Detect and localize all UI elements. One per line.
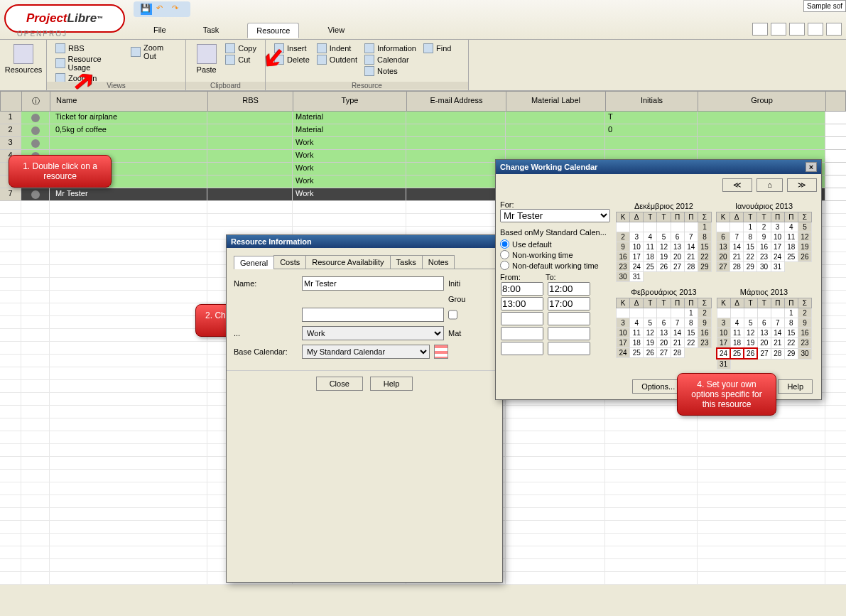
callout-4: 4. Set your own options specific for thi… <box>677 373 776 416</box>
tab-resource[interactable]: Resource <box>247 23 299 38</box>
resource-type-icon <box>31 114 40 122</box>
zoom-out-button[interactable]: Zoom Out <box>128 43 180 61</box>
openproj-label: OPENPROJ <box>17 30 67 38</box>
notes-icon <box>364 66 374 76</box>
find-icon <box>423 43 433 53</box>
calendar-icon <box>364 55 374 65</box>
from-time-3[interactable] <box>501 312 543 325</box>
help-button[interactable]: Help <box>778 379 813 394</box>
indicator-column-icon: ⓘ <box>22 92 50 111</box>
close-button[interactable]: Close <box>316 377 363 391</box>
notes-button[interactable]: Notes <box>362 65 419 77</box>
tab-tasks[interactable]: Tasks <box>390 255 423 269</box>
prev-button[interactable]: ≪ <box>722 178 752 192</box>
tab-notes[interactable]: Notes <box>422 255 455 269</box>
for-label: For: <box>500 200 514 209</box>
rbs-icon <box>55 43 65 53</box>
use-default-radio[interactable] <box>500 239 509 249</box>
for-select[interactable]: Mr Tester <box>500 209 610 222</box>
view-icon-3[interactable] <box>789 23 805 36</box>
view-icon-2[interactable] <box>771 23 786 36</box>
non-working-radio[interactable] <box>500 250 509 259</box>
calendar-month[interactable]: Μάρτιος 2013ΚΔΤΤΠΠΣ123456789101112131415… <box>716 286 812 369</box>
tab-view[interactable]: View <box>319 23 353 38</box>
cut-icon <box>225 55 235 65</box>
calendar-month[interactable]: Ιανουάριος 2013ΚΔΤΤΠΠΣ123456789101112131… <box>716 200 812 282</box>
indent-button[interactable]: Indent <box>314 43 360 54</box>
calendar-button[interactable]: Calendar <box>362 54 419 65</box>
rbs-button[interactable]: RBS <box>53 43 126 54</box>
resource-grid-header: ⓘ Name RBS Type E-mail Address Material … <box>0 91 846 112</box>
close-icon[interactable]: × <box>806 162 817 172</box>
calendar-month[interactable]: Φεβρουάριος 2013ΚΔΤΤΠΠΣ12345678910111213… <box>616 286 712 369</box>
tab-file[interactable]: File <box>145 23 175 38</box>
non-default-radio[interactable] <box>500 261 509 270</box>
tab-task[interactable]: Task <box>195 23 228 38</box>
to-time-5[interactable] <box>548 342 590 355</box>
copy-button[interactable]: Copy <box>222 43 259 54</box>
resources-icon <box>13 44 33 64</box>
dialog-title: Resource Information <box>231 237 312 246</box>
unknown-field[interactable] <box>302 308 444 322</box>
name-field[interactable] <box>302 276 444 291</box>
base-calendar-select[interactable]: My Standard Calendar <box>302 345 430 359</box>
find-button[interactable]: Find <box>421 43 454 54</box>
help-button[interactable]: Help <box>370 377 413 391</box>
initials-cut-label: Initi <box>448 279 460 288</box>
from-time-5[interactable] <box>501 342 543 355</box>
based-on-label: Based onMy Standard Calen... <box>500 228 610 237</box>
resource-type-icon <box>31 126 40 135</box>
type-label: ... <box>234 329 298 337</box>
dialog-title: Change Working Calendar <box>500 163 597 171</box>
calendar-month[interactable]: Δεκέμβριος 2012ΚΔΤΤΠΠΣ123456789101112131… <box>616 200 712 282</box>
tab-costs[interactable]: Costs <box>273 255 306 269</box>
to-time-4[interactable] <box>548 327 590 340</box>
cut-button[interactable]: Cut <box>222 54 259 65</box>
resources-button[interactable]: Resources <box>6 43 41 75</box>
group-resource: Resource <box>266 82 468 90</box>
change-calendar-icon[interactable] <box>434 345 448 359</box>
tab-availability[interactable]: Resource Availability <box>305 255 390 269</box>
information-icon <box>364 43 374 53</box>
indent-icon <box>317 43 327 53</box>
table-row[interactable]: 20,5kg of coffeeMaterial0 <box>0 124 846 137</box>
to-time-1[interactable] <box>548 282 590 296</box>
tab-general[interactable]: General <box>234 256 274 269</box>
table-row[interactable]: 3Work <box>0 137 846 150</box>
view-toolbar <box>752 23 842 36</box>
group-views: Views <box>47 82 185 90</box>
redo-icon[interactable]: ↷ <box>172 4 183 15</box>
unknown-checkbox[interactable] <box>448 308 457 322</box>
group-cut-label: Grou <box>448 295 465 303</box>
doc-name: Sample sof <box>803 0 846 12</box>
resource-usage-icon <box>55 58 65 68</box>
from-time-2[interactable] <box>501 297 543 310</box>
undo-icon[interactable]: ↶ <box>156 4 168 15</box>
information-button[interactable]: Information <box>362 43 419 54</box>
from-time-1[interactable] <box>501 282 543 296</box>
callout-1: 1. Double click on a resource <box>9 155 112 188</box>
resource-type-icon <box>31 190 40 199</box>
to-time-2[interactable] <box>548 297 590 310</box>
view-icon-1[interactable] <box>752 23 768 36</box>
to-time-3[interactable] <box>548 312 590 325</box>
home-button[interactable]: ⌂ <box>756 178 783 192</box>
view-icon-5[interactable] <box>826 23 842 36</box>
change-working-calendar-dialog: Change Working Calendar × ≪ ⌂ ≫ For: Mr … <box>495 159 822 400</box>
paste-icon <box>197 44 217 64</box>
group-clipboard: Clipboard <box>186 82 265 90</box>
next-button[interactable]: ≫ <box>787 178 817 192</box>
base-calendar-label: Base Calendar: <box>234 347 298 356</box>
view-icon-4[interactable] <box>808 23 823 36</box>
app-logo: ProjectLibre™ <box>4 4 125 33</box>
paste-button[interactable]: Paste <box>192 43 221 80</box>
type-select[interactable]: Work <box>302 326 444 340</box>
from-time-4[interactable] <box>501 327 543 340</box>
resource-information-dialog: Resource Information General Costs Resou… <box>226 234 503 583</box>
quick-access-toolbar: 💾 ↶ ↷ <box>134 1 190 17</box>
outdent-button[interactable]: Outdent <box>314 54 360 65</box>
zoom-out-icon <box>131 47 141 57</box>
table-row[interactable]: 1Ticket for airplaneMaterialT <box>0 112 846 124</box>
save-icon[interactable]: 💾 <box>141 4 152 15</box>
copy-icon <box>225 43 235 53</box>
